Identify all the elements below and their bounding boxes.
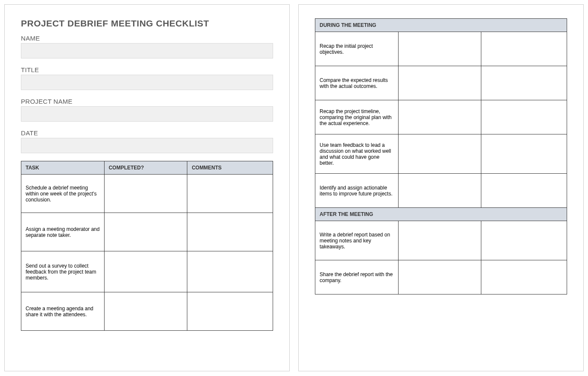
completed-cell[interactable] [398,174,481,208]
task-cell: Write a debrief report based on meeting … [315,221,399,260]
completed-cell[interactable] [104,175,187,213]
date-field-group: DATE [21,129,273,153]
completed-cell[interactable] [398,32,481,66]
task-cell: Send out a survey to collect feedback fr… [21,251,105,292]
comments-cell[interactable] [481,66,567,100]
title-field-group: TITLE [21,66,273,90]
task-cell: Recap the project timeline, comparing th… [315,100,399,134]
comments-cell[interactable] [481,100,567,134]
table-row: Compare the expected results with the ac… [315,66,567,100]
completed-cell[interactable] [398,260,481,294]
title-label: TITLE [21,66,273,73]
completed-cell[interactable] [104,251,187,292]
task-cell: Create a meeting agenda and share it wit… [21,292,105,331]
comments-cell[interactable] [187,292,273,331]
section-title: AFTER THE MEETING [315,208,567,221]
task-cell: Assign a meeting moderator and separate … [21,213,105,251]
comments-cell[interactable] [481,32,567,66]
task-cell: Schedule a debrief meeting within one we… [21,175,105,213]
completed-cell[interactable] [398,134,481,174]
title-input[interactable] [21,75,273,90]
table-row: Share the debrief report with the compan… [315,260,567,294]
task-cell: Recap the initial project objectives. [315,32,399,66]
name-label: NAME [21,35,273,42]
name-input[interactable] [21,43,273,58]
section-header-after: AFTER THE MEETING [315,208,567,221]
page-title: PROJECT DEBRIEF MEETING CHECKLIST [21,18,273,29]
table-row: Recap the project timeline, comparing th… [315,100,567,134]
table-row: Identify and assign actionable items to … [315,174,567,208]
completed-cell[interactable] [398,100,481,134]
checklist-table-page2: DURING THE MEETING Recap the initial pro… [315,18,567,294]
checklist-table-page1: TASK COMPLETED? COMMENTS Schedule a debr… [21,161,273,331]
table-row: Create a meeting agenda and share it wit… [21,292,273,331]
completed-cell[interactable] [104,213,187,251]
date-input[interactable] [21,138,273,153]
name-field-group: NAME [21,35,273,58]
task-cell: Compare the expected results with the ac… [315,66,399,100]
comments-cell[interactable] [481,174,567,208]
section-title: DURING THE MEETING [315,19,567,32]
header-completed: COMPLETED? [104,161,187,175]
task-cell: Use team feedback to lead a discussion o… [315,134,399,174]
table-row: Assign a meeting moderator and separate … [21,213,273,251]
table-row: Write a debrief report based on meeting … [315,221,567,260]
comments-cell[interactable] [481,221,567,260]
table-row: Send out a survey to collect feedback fr… [21,251,273,292]
table-row: Schedule a debrief meeting within one we… [21,175,273,213]
section-header-during: DURING THE MEETING [315,19,567,32]
table-header-row: TASK COMPLETED? COMMENTS [21,161,273,175]
task-cell: Identify and assign actionable items to … [315,174,399,208]
project-name-label: PROJECT NAME [21,98,273,105]
comments-cell[interactable] [187,175,273,213]
project-name-field-group: PROJECT NAME [21,98,273,122]
comments-cell[interactable] [187,213,273,251]
document-page-2: DURING THE MEETING Recap the initial pro… [298,4,584,371]
comments-cell[interactable] [481,260,567,294]
completed-cell[interactable] [398,221,481,260]
date-label: DATE [21,129,273,137]
comments-cell[interactable] [481,134,567,174]
table-row: Recap the initial project objectives. [315,32,567,66]
table-row: Use team feedback to lead a discussion o… [315,134,567,174]
header-comments: COMMENTS [187,161,273,175]
header-task: TASK [21,161,105,175]
document-page-1: PROJECT DEBRIEF MEETING CHECKLIST NAME T… [4,4,290,371]
task-cell: Share the debrief report with the compan… [315,260,399,294]
completed-cell[interactable] [398,66,481,100]
comments-cell[interactable] [187,251,273,292]
completed-cell[interactable] [104,292,187,331]
project-name-input[interactable] [21,106,273,122]
